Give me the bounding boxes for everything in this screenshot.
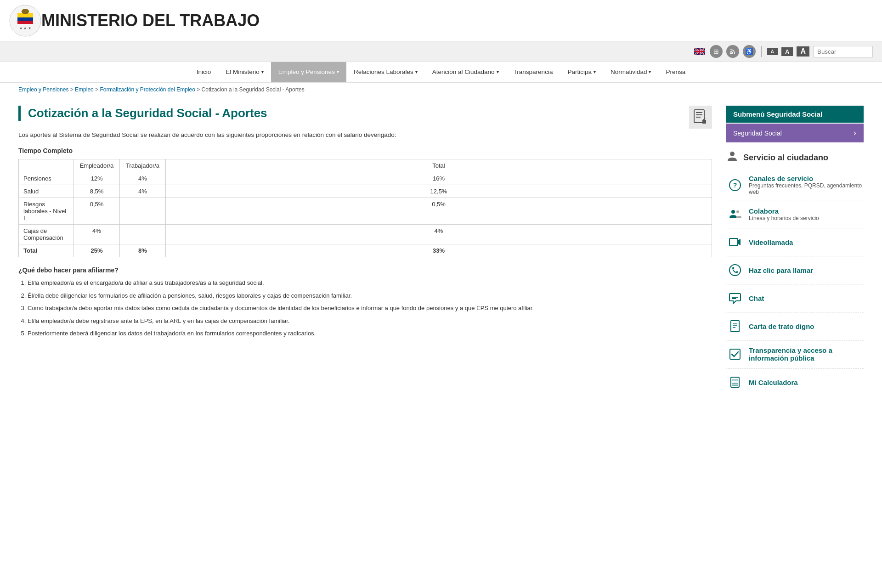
svg-rect-20 bbox=[732, 298, 736, 299]
font-medium-button[interactable]: A bbox=[781, 47, 793, 56]
service-link-label: Haz clic para llamar bbox=[749, 266, 813, 274]
service-link-label: Mi Calculadora bbox=[749, 379, 798, 386]
svg-point-18 bbox=[729, 265, 741, 276]
page-icon bbox=[689, 106, 712, 129]
step-item: El/la empleador/a es el encargado/a de a… bbox=[28, 278, 712, 288]
main-layout: Cotización a la Seguridad Social - Aport… bbox=[0, 96, 882, 405]
sidebar: Submenú Seguridad Social Seguridad Socia… bbox=[726, 106, 864, 396]
cell-total: 12,5% bbox=[166, 185, 712, 198]
accessibility-icon[interactable]: ♿ bbox=[743, 45, 756, 58]
service-link-text: Chat bbox=[749, 294, 764, 302]
svg-text:★ ★ ★: ★ ★ ★ bbox=[19, 26, 31, 30]
ministry-logo: ★ ★ ★ bbox=[9, 5, 41, 37]
sidebar-service-link[interactable]: Chat bbox=[726, 284, 864, 312]
language-selector[interactable] bbox=[693, 45, 706, 58]
cell-total: 0,5% bbox=[166, 198, 712, 225]
service-section-title: Servicio al ciudadano bbox=[726, 150, 864, 165]
sidebar-item-label: Seguridad Social bbox=[733, 130, 782, 137]
contributions-table: Empleador/a Trabajador/a Total Pensiones… bbox=[18, 159, 712, 257]
table-row: Pensiones 12% 4% 16% bbox=[19, 172, 712, 185]
font-small-button[interactable]: A bbox=[767, 48, 778, 55]
cell-concept: Cajas de Compensación bbox=[19, 225, 74, 244]
breadcrumb-link-3[interactable]: Formalización y Protección del Empleo bbox=[100, 86, 195, 93]
svg-rect-29 bbox=[734, 383, 736, 384]
nav-ministerio[interactable]: El Ministerio ▾ bbox=[218, 62, 271, 82]
header: ★ ★ ★ MINISTERIO DEL TRABAJO bbox=[0, 0, 882, 41]
video-icon bbox=[726, 233, 744, 251]
sidebar-arrow-icon: › bbox=[854, 128, 856, 138]
sidebar-service-link[interactable]: Carta de trato digno bbox=[726, 312, 864, 340]
nav-prensa[interactable]: Prensa bbox=[658, 62, 693, 82]
search-input[interactable] bbox=[813, 46, 873, 57]
service-link-text: Haz clic para llamar bbox=[749, 266, 813, 274]
step-item: Él/ella debe diligenciar los formularios… bbox=[28, 291, 712, 300]
col-worker: Trabajador/a bbox=[120, 159, 166, 172]
service-link-label: Carta de trato digno bbox=[749, 322, 814, 330]
nav-normatividad[interactable]: Normatividad ▾ bbox=[603, 62, 659, 82]
nav-inicio[interactable]: Inicio bbox=[189, 62, 219, 82]
svg-text:?: ? bbox=[733, 181, 737, 189]
section-label: Tiempo Completo bbox=[18, 147, 712, 154]
step-item: El/la empleador/a debe registrarse ante … bbox=[28, 317, 712, 326]
sidebar-service-link[interactable]: Haz clic para llamar bbox=[726, 256, 864, 284]
svg-point-16 bbox=[736, 210, 739, 213]
svg-rect-2 bbox=[17, 17, 33, 21]
col-employer: Empleador/a bbox=[74, 159, 120, 172]
cell-employer: 4% bbox=[74, 225, 120, 244]
svg-rect-21 bbox=[731, 321, 739, 332]
sidebar-menu-title: Submenú Seguridad Social bbox=[726, 106, 864, 123]
steps-list: El/la empleador/a es el encargado/a de a… bbox=[18, 278, 712, 338]
calc-icon bbox=[726, 373, 744, 391]
svg-rect-17 bbox=[729, 238, 738, 246]
svg-rect-32 bbox=[734, 384, 736, 386]
sidebar-service-link[interactable]: Mi Calculadora bbox=[726, 368, 864, 396]
main-nav: Inicio El Ministerio ▾ Empleo y Pensione… bbox=[0, 62, 882, 83]
separator bbox=[761, 46, 762, 57]
breadcrumb-link-1[interactable]: Empleo y Pensiones bbox=[18, 86, 68, 93]
cell-concept: Riesgos laborales - Nivel I bbox=[19, 198, 74, 225]
cell-concept: Salud bbox=[19, 185, 74, 198]
svg-rect-3 bbox=[17, 21, 33, 24]
col-total: Total bbox=[166, 159, 712, 172]
sidebar-service-link[interactable]: Videollamada bbox=[726, 228, 864, 256]
intro-text: Los aportes al Sistema de Seguridad Soci… bbox=[18, 130, 712, 140]
sidebar-item-seguridad[interactable]: Seguridad Social › bbox=[726, 124, 864, 142]
svg-rect-31 bbox=[732, 384, 734, 386]
service-link-label: Chat bbox=[749, 294, 764, 302]
service-link-text: Mi Calculadora bbox=[749, 379, 798, 386]
table-row: Cajas de Compensación 4% 4% bbox=[19, 225, 712, 244]
sidebar-service-link[interactable]: Colabora Líneas y horarios de servicio bbox=[726, 200, 864, 228]
nav-empleo[interactable]: Empleo y Pensiones ▾ bbox=[271, 62, 346, 82]
table-row: Total 25% 8% 33% bbox=[19, 244, 712, 257]
sidebar-service-link[interactable]: ? Canales de servicio Preguntas frecuent… bbox=[726, 170, 864, 200]
sitemap-icon[interactable]: ⊞ bbox=[710, 45, 723, 58]
rss-icon[interactable] bbox=[726, 45, 739, 58]
service-link-sub: Líneas y horarios de servicio bbox=[749, 215, 819, 221]
cell-worker bbox=[120, 198, 166, 225]
service-link-text: Transparencia y acceso a información púb… bbox=[749, 346, 864, 362]
svg-rect-19 bbox=[732, 297, 738, 298]
cell-employer: 12% bbox=[74, 172, 120, 185]
cell-worker: 8% bbox=[120, 244, 166, 257]
svg-rect-9 bbox=[696, 112, 702, 113]
cell-employer: 25% bbox=[74, 244, 120, 257]
cell-concept: Pensiones bbox=[19, 172, 74, 185]
page-title: Cotización a la Seguridad Social - Aport… bbox=[18, 106, 267, 121]
service-link-label: Colabora bbox=[749, 207, 819, 215]
col-concept bbox=[19, 159, 74, 172]
breadcrumb-link-2[interactable]: Empleo bbox=[75, 86, 94, 93]
nav-atencion[interactable]: Atención al Ciudadano ▾ bbox=[425, 62, 506, 82]
service-section: Servicio al ciudadano ? Canales de servi… bbox=[726, 150, 864, 396]
svg-rect-28 bbox=[732, 383, 734, 384]
content-area: Cotización a la Seguridad Social - Aport… bbox=[18, 106, 712, 396]
breadcrumb-current: Cotizacion a la Seguridad Social - Aport… bbox=[202, 86, 305, 93]
nav-laborales[interactable]: Relaciones Laborales ▾ bbox=[346, 62, 425, 82]
service-link-label: Canales de servicio bbox=[749, 175, 864, 182]
nav-participa[interactable]: Participa ▾ bbox=[560, 62, 603, 82]
people-icon bbox=[726, 205, 744, 223]
step-item: Posteriormente deberá diligenciar los da… bbox=[28, 329, 712, 338]
font-large-button[interactable]: A bbox=[797, 46, 809, 57]
cell-total: 33% bbox=[166, 244, 712, 257]
nav-transparencia[interactable]: Transparencia bbox=[506, 62, 560, 82]
sidebar-service-link[interactable]: Transparencia y acceso a información púb… bbox=[726, 340, 864, 368]
